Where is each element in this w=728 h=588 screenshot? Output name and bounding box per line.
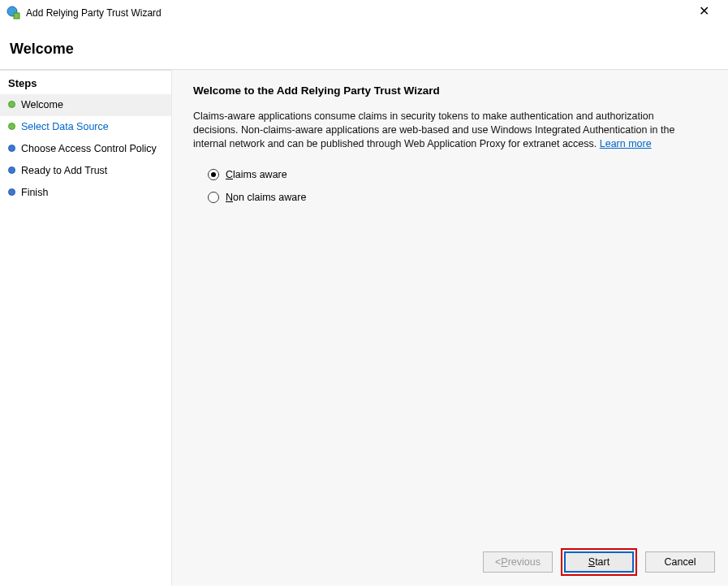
step-finish[interactable]: Finish — [0, 182, 171, 204]
step-bullet-icon — [8, 188, 15, 196]
window-title: Add Relying Party Trust Wizard — [26, 7, 162, 19]
wizard-footer: < Previous Start Cancel — [483, 548, 715, 576]
radio-indicator — [208, 192, 219, 203]
radio-indicator — [208, 169, 219, 180]
step-label: Ready to Add Trust — [21, 164, 107, 178]
cancel-button[interactable]: Cancel — [645, 551, 715, 573]
learn-more-link[interactable]: Learn more — [600, 138, 652, 149]
step-select-data-source[interactable]: Select Data Source — [0, 116, 171, 138]
radio-claims-aware[interactable]: Claims aware — [208, 169, 707, 180]
start-button[interactable]: Start — [564, 551, 634, 573]
content-pane: Welcome to the Add Relying Party Trust W… — [172, 69, 728, 586]
step-bullet-icon — [8, 101, 15, 108]
page-title: Welcome — [10, 41, 718, 58]
app-icon — [6, 6, 21, 20]
content-heading: Welcome to the Add Relying Party Trust W… — [193, 84, 707, 97]
radio-label: Claims aware — [226, 169, 287, 180]
step-label: Finish — [21, 186, 48, 200]
step-bullet-icon — [8, 145, 15, 152]
step-ready-to-add-trust[interactable]: Ready to Add Trust — [0, 160, 171, 182]
start-button-highlight: Start — [561, 548, 637, 576]
step-bullet-icon — [8, 123, 15, 130]
step-label: Select Data Source — [21, 120, 109, 134]
close-button[interactable]: ✕ — [687, 3, 720, 19]
title-bar: Add Relying Party Trust Wizard ✕ — [0, 0, 728, 26]
page-header: Welcome — [0, 26, 728, 69]
step-bullet-icon — [8, 166, 15, 174]
content-description: Claims-aware applications consume claims… — [193, 110, 680, 151]
step-label: Welcome — [21, 98, 63, 112]
step-label: Choose Access Control Policy — [21, 142, 157, 156]
steps-heading: Steps — [0, 70, 171, 94]
awareness-radio-group: Claims awareNon claims aware — [208, 169, 707, 203]
step-welcome[interactable]: Welcome — [0, 94, 171, 116]
step-choose-access-control-policy[interactable]: Choose Access Control Policy — [0, 138, 171, 160]
steps-sidebar: Steps WelcomeSelect Data SourceChoose Ac… — [0, 69, 172, 586]
previous-button: < Previous — [483, 551, 553, 573]
radio-label: Non claims aware — [226, 192, 306, 203]
radio-non-claims-aware[interactable]: Non claims aware — [208, 192, 707, 203]
svg-rect-1 — [14, 13, 19, 19]
